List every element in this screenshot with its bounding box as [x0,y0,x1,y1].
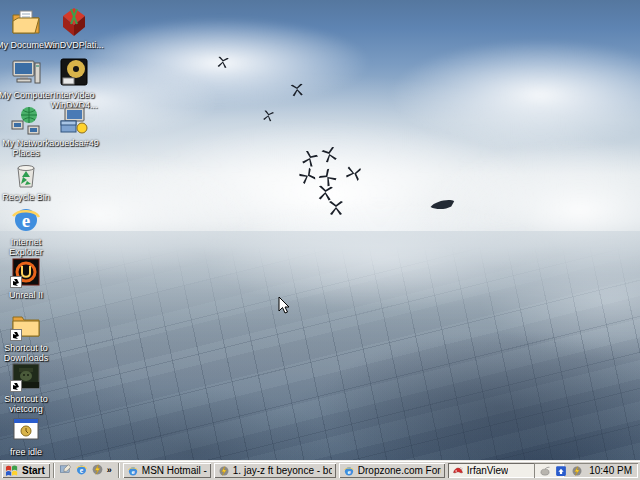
taskbar-divider [118,463,120,478]
desktop-icon-label: Shortcut to vietcong [0,394,59,414]
winamp-icon [218,465,230,477]
start-label: Start [22,465,45,476]
cloud [420,140,640,280]
system-tray: 10:40 PM [534,463,638,478]
tray-device-icon[interactable] [538,464,551,477]
desktop-icon-label: Recycle Bin [2,192,50,202]
taskbar-divider [53,463,55,478]
desktop-icon-free-idle[interactable]: free idle [0,413,60,457]
task-button-winamp-jayz[interactable]: 1. jay-z ft beyonce - bon... [214,463,336,478]
show-desktop-icon [59,462,72,480]
task-button-msn-hotmail[interactable]: eMSN Hotmail - Message -... [123,463,211,478]
my-documents-icon [10,6,42,38]
skydiver-spread [319,146,343,170]
tray-winamp-icon[interactable] [570,464,583,477]
tray-update-icon[interactable] [554,464,567,477]
desktop-icon-recycle-bin[interactable]: Recycle Bin [0,158,60,202]
skydiver-spread [326,201,346,221]
ie-icon: e [75,462,88,480]
desktop-icon-label: free idle [10,447,42,457]
desktop-icon-label: Internet Explorer [0,237,59,257]
folder-icon [10,309,42,341]
start-button[interactable]: Start [2,463,50,478]
desktop-icon-intervideo-windvd[interactable]: InterVideo WinDVD4... [40,56,108,110]
desktop-icon-shortcut-to-vietcong[interactable]: Shortcut to vietcong [0,360,60,414]
task-button-dropzone-forums[interactable]: eDropzone.com Forums: ... [339,463,445,478]
quick-launch-overflow-chevron[interactable]: » [106,465,115,477]
recycle-icon [10,158,42,190]
vietcong-icon [10,360,42,392]
task-button-label: IrfanView [467,465,509,476]
free-idle-icon [10,413,42,445]
cloud [390,40,640,150]
windows-desktop-screen: My DocumentsWinDVDPlati...My ComputerInt… [0,0,640,480]
cloud [70,18,370,108]
skydiver-spread [288,83,307,103]
desktop-icon-aouedsa49[interactable]: aouedsa#49 [40,104,108,148]
mouse-cursor [278,296,290,315]
skydiver-spread [292,165,318,191]
aerial-farmland [0,246,640,461]
svg-text:e: e [347,468,350,476]
windvd-icon [58,6,90,38]
ie-icon: e [10,203,42,235]
desktop-icon-label: WinDVDPlati... [44,40,104,50]
svg-text:e: e [131,468,134,476]
skydiver-spread [214,54,232,74]
shortcut-arrow-icon [10,276,22,288]
quick-launch-show-desktop[interactable] [58,463,74,478]
desktop-wallpaper[interactable]: My DocumentsWinDVDPlati...My ComputerInt… [0,0,640,461]
network-icon [10,104,42,136]
quick-launch-bar: e [58,463,106,478]
desktop-icon-shortcut-to-downloads[interactable]: Shortcut to Downloads [0,309,60,363]
quick-launch-winamp[interactable] [90,463,106,478]
ie-icon: e [343,465,355,477]
installer-icon [58,104,90,136]
windows-flag-icon [5,462,19,480]
desktop-icon-label: aouedsa#49 [49,138,99,148]
svg-text:e: e [22,210,30,231]
task-button-label: Dropzone.com Forums: ... [358,465,441,476]
skydiver-spread [339,161,362,184]
skydiver-spread [296,149,321,174]
task-button-label: 1. jay-z ft beyonce - bon... [233,465,332,476]
atmospheric-haze [0,231,640,461]
irfanview-icon [452,465,464,477]
taskbar-clock[interactable]: 10:40 PM [586,465,632,476]
skydiver-spread [259,107,277,128]
skydiver-spread [316,166,344,194]
desktop-icon-unreal-ii[interactable]: Unreal II [0,256,60,300]
quick-launch-internet-explorer[interactable]: e [74,463,90,478]
my-computer-icon [10,56,42,88]
shortcut-arrow-icon [10,329,22,341]
taskbar: Start e » eMSN Hotmail - Message -...1. … [0,460,640,480]
shortcut-arrow-icon [10,380,22,392]
intervideo-icon [58,56,90,88]
task-button-label: MSN Hotmail - Message -... [142,465,207,476]
tray-icons [538,464,583,477]
cloud [120,120,540,270]
desktop-icon-internet-explorer[interactable]: eInternet Explorer [0,203,60,257]
desktop-icon-label: Unreal II [9,290,43,300]
ie-icon: e [127,465,139,477]
skydiver-track [427,194,458,216]
winamp-icon [91,462,104,480]
svg-text:e: e [80,465,84,474]
cloud [200,200,560,310]
cloud [480,240,640,360]
unreal-icon [10,256,42,288]
skydiver-spread [314,185,336,207]
desktop-icon-windvd-platinum[interactable]: WinDVDPlati... [40,6,108,50]
